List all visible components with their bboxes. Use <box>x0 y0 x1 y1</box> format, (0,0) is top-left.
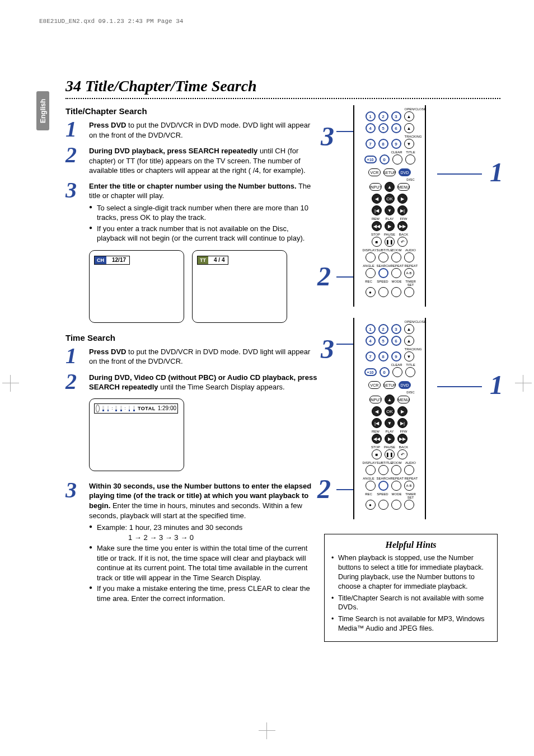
remote-btn-6[interactable]: 6 <box>391 123 401 133</box>
remote-btn-input[interactable]: INPUT <box>369 183 382 191</box>
remote-btn-repeat-ab[interactable]: A-B <box>404 481 414 491</box>
remote-btn-2[interactable]: 2 <box>378 324 388 334</box>
hint-item: When playback is stopped, use the Number… <box>331 553 490 591</box>
remote-btn-clear[interactable] <box>392 367 402 377</box>
remote-btn-angle[interactable] <box>366 481 376 491</box>
remote-btn-track-up[interactable]: ▲ <box>404 123 414 133</box>
remote-btn-ffw[interactable]: ▶▶ <box>397 221 407 231</box>
remote-btn-dvd[interactable]: DVD <box>399 381 411 389</box>
remote-btn-menu[interactable]: MENU <box>397 396 410 403</box>
s1-step2: 2 During DVD playback, press SEARCH repe… <box>65 146 317 176</box>
remote-btn-zoom[interactable] <box>391 252 401 262</box>
remote-btn-7[interactable]: 7 <box>366 139 376 149</box>
remote-btn-prev[interactable]: |◀ <box>372 205 382 215</box>
remote-btn-1[interactable]: 1 <box>366 111 376 121</box>
remote-btn-subtitle[interactable] <box>378 465 388 475</box>
remote-btn-9[interactable]: 9 <box>391 351 401 361</box>
remote-btn-4[interactable]: 4 <box>366 123 376 133</box>
remote-btn-back[interactable]: ↶ <box>397 449 407 459</box>
remote-btn-timer-set[interactable] <box>404 500 414 510</box>
remote-btn-search[interactable] <box>378 481 388 491</box>
remote-btn-next[interactable]: ▶| <box>397 205 407 215</box>
remote-btn-stop[interactable]: ■ <box>372 449 382 459</box>
remote-btn-left[interactable]: ◀ <box>372 194 382 204</box>
remote-btn-9[interactable]: 9 <box>391 139 401 149</box>
remote-btn-back[interactable]: ↶ <box>397 237 407 247</box>
remote-btn-setup[interactable]: SETUP <box>383 381 396 389</box>
remote-btn-down[interactable]: ▼ <box>385 205 395 215</box>
remote-btn-eject[interactable]: ▲ <box>404 324 414 334</box>
remote-btn-menu[interactable]: MENU <box>397 183 410 191</box>
remote-btn-ffw[interactable]: ▶▶ <box>397 434 407 444</box>
remote-btn-pause[interactable]: ❚❚ <box>385 449 395 459</box>
remote-btn-8[interactable]: 8 <box>378 139 388 149</box>
remote-btn-next[interactable]: ▶| <box>397 418 407 428</box>
remote-btn-3[interactable]: 3 <box>391 324 401 334</box>
remote-btn-up[interactable]: ▲ <box>385 182 395 192</box>
remote-btn-display[interactable] <box>366 252 376 262</box>
remote-btn-dvd[interactable]: DVD <box>399 168 411 176</box>
remote-btn-0[interactable]: 0 <box>380 154 390 165</box>
remote-btn-prev[interactable]: |◀ <box>372 418 382 428</box>
remote-btn-4[interactable]: 4 <box>366 336 376 346</box>
remote-btn-5[interactable]: 5 <box>378 123 388 133</box>
remote-btn-track-down[interactable]: ▼ <box>404 139 414 149</box>
remote-btn-eject[interactable]: ▲ <box>404 111 414 121</box>
remote-btn-clear[interactable] <box>392 154 402 165</box>
remote-btn-6[interactable]: 6 <box>391 336 401 346</box>
remote-btn-repeat[interactable] <box>391 481 401 491</box>
callout-1: 1 <box>490 157 503 187</box>
remote-btn-vcr[interactable]: VCR <box>368 381 381 389</box>
remote-btn-track-up[interactable]: ▲ <box>404 336 414 346</box>
remote-btn-plus10[interactable]: +10 <box>364 368 377 376</box>
remote-btn-speed[interactable] <box>378 500 388 510</box>
remote-btn-setup[interactable]: SETUP <box>383 168 396 176</box>
remote-btn-mode[interactable] <box>391 500 401 510</box>
helpful-hints-box: Helpful Hints When playback is stopped, … <box>324 534 498 642</box>
step-bold: Press DVD <box>89 121 126 129</box>
remote-btn-3[interactable]: 3 <box>391 111 401 121</box>
remote-btn-right[interactable]: ▶ <box>397 406 407 416</box>
remote-btn-down[interactable]: ▼ <box>385 418 395 428</box>
remote-btn-play[interactable]: ▶ <box>385 221 395 231</box>
remote-btn-audio[interactable] <box>404 252 414 262</box>
clock-icon <box>96 405 100 412</box>
remote-btn-stop[interactable]: ■ <box>372 237 382 247</box>
remote-btn-angle[interactable] <box>366 268 376 278</box>
remote-btn-track-down[interactable]: ▼ <box>404 351 414 361</box>
example-sequence: 1 → 2 → 3 → 3 → 0 <box>128 533 194 542</box>
remote-btn-audio[interactable] <box>404 465 414 475</box>
remote-btn-rec[interactable]: ● <box>366 287 376 297</box>
remote-btn-vcr[interactable]: VCR <box>368 168 381 176</box>
remote-btn-input[interactable]: INPUT <box>369 396 382 403</box>
remote-btn-7[interactable]: 7 <box>366 351 376 361</box>
remote-btn-5[interactable]: 5 <box>378 336 388 346</box>
remote-btn-0[interactable]: 0 <box>380 367 390 377</box>
remote-btn-left[interactable]: ◀ <box>372 406 382 416</box>
remote-btn-title[interactable] <box>405 367 415 377</box>
remote-btn-1[interactable]: 1 <box>366 324 376 334</box>
remote-btn-ok[interactable]: OK <box>385 406 395 416</box>
remote-btn-rec[interactable]: ● <box>366 500 376 510</box>
remote-btn-display[interactable] <box>366 465 376 475</box>
remote-btn-title[interactable] <box>405 154 415 165</box>
remote-btn-play[interactable]: ▶ <box>385 434 395 444</box>
remote-btn-repeat[interactable] <box>391 268 401 278</box>
remote-btn-2[interactable]: 2 <box>378 111 388 121</box>
remote-btn-pause[interactable]: ❚❚ <box>385 237 395 247</box>
remote-btn-subtitle[interactable] <box>378 252 388 262</box>
remote-btn-repeat-ab[interactable]: A-B <box>404 268 414 278</box>
osd-ch-chip: CH <box>95 256 106 264</box>
remote-btn-speed[interactable] <box>378 287 388 297</box>
remote-btn-up[interactable]: ▲ <box>385 395 395 405</box>
remote-btn-8[interactable]: 8 <box>378 351 388 361</box>
remote-btn-rew[interactable]: ◀◀ <box>372 434 382 444</box>
remote-btn-zoom[interactable] <box>391 465 401 475</box>
remote-btn-right[interactable]: ▶ <box>397 194 407 204</box>
remote-btn-timer-set[interactable] <box>404 287 414 297</box>
remote-btn-plus10[interactable]: +10 <box>364 156 377 163</box>
remote-btn-ok[interactable]: OK <box>385 194 395 204</box>
remote-btn-search[interactable] <box>378 268 388 278</box>
remote-btn-rew[interactable]: ◀◀ <box>372 221 382 231</box>
remote-btn-mode[interactable] <box>391 287 401 297</box>
